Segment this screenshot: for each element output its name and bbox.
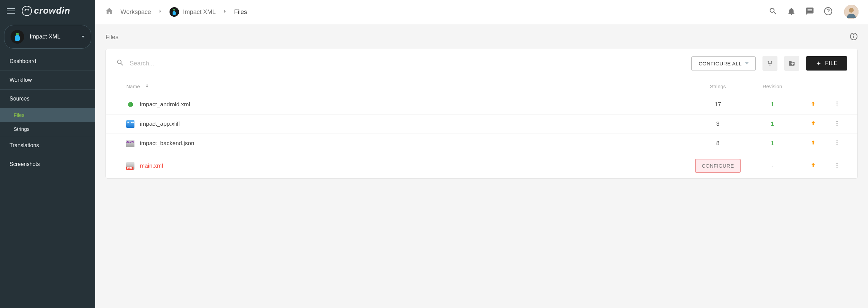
file-name: impact_android.xml: [140, 101, 190, 108]
configure-button[interactable]: CONFIGURE: [695, 159, 741, 173]
revision-number: 1: [745, 101, 800, 108]
caret-down-icon: [745, 62, 749, 64]
column-revision[interactable]: Revision: [745, 83, 800, 89]
svg-point-14: [836, 125, 837, 126]
svg-point-6: [768, 61, 769, 62]
file-button-label: FILE: [825, 60, 838, 66]
more-icon[interactable]: [827, 120, 847, 128]
sidebar: crowdin Impact XML Dashboard Workflow So…: [0, 0, 95, 308]
table-row[interactable]: XMLmain.xmlCONFIGURE-: [106, 153, 857, 178]
search-icon[interactable]: [769, 7, 777, 17]
main-content: Workspace Impact XML Files: [95, 0, 868, 308]
logo-icon: [22, 6, 32, 16]
svg-point-7: [771, 61, 772, 62]
files-card: CONFIGURE ALL FILE: [106, 49, 858, 179]
android-file-icon: [126, 101, 134, 109]
svg-point-2: [849, 8, 854, 13]
revision-number: -: [745, 163, 800, 169]
svg-point-18: [836, 163, 837, 164]
column-strings[interactable]: Strings: [691, 83, 745, 89]
project-name: Impact XML: [30, 33, 76, 40]
configure-all-label: CONFIGURE ALL: [698, 61, 742, 66]
column-name[interactable]: Name: [126, 83, 140, 89]
chevron-right-icon: [157, 8, 163, 16]
file-name: impact_backend.json: [140, 140, 194, 147]
project-avatar-small-icon: [170, 7, 179, 17]
menu-icon[interactable]: [5, 7, 16, 15]
info-icon[interactable]: [850, 32, 858, 42]
more-icon[interactable]: [827, 101, 847, 109]
svg-point-20: [836, 167, 837, 168]
brand-logo[interactable]: crowdin: [22, 5, 70, 16]
branch-button[interactable]: [762, 56, 777, 71]
more-icon[interactable]: [827, 162, 847, 170]
json-file-icon: JSON: [126, 139, 134, 148]
upload-icon[interactable]: [800, 162, 827, 170]
revision-number: 1: [745, 121, 800, 127]
file-name: impact_app.xliff: [140, 121, 180, 127]
search-input[interactable]: [130, 60, 685, 67]
file-name: main.xml: [140, 163, 163, 169]
svg-point-5: [853, 34, 854, 35]
caret-down-icon: [81, 36, 85, 38]
svg-point-19: [836, 165, 837, 166]
svg-point-10: [836, 103, 837, 104]
upload-icon[interactable]: [800, 120, 827, 128]
chevron-right-icon: [222, 8, 228, 16]
upload-icon[interactable]: [800, 139, 827, 148]
svg-point-8: [769, 64, 770, 65]
svg-point-13: [836, 123, 837, 124]
sidebar-item-sources[interactable]: Sources: [0, 89, 95, 108]
sidebar-item-screenshots[interactable]: Screenshots: [0, 155, 95, 173]
strings-count: 17: [691, 101, 745, 108]
table-row[interactable]: impact_android.xml171: [106, 95, 857, 114]
search-icon: [116, 59, 124, 68]
user-avatar[interactable]: [844, 5, 858, 19]
project-avatar-icon: [11, 30, 24, 44]
xml-file-icon: XML: [126, 162, 134, 170]
svg-point-11: [836, 105, 837, 106]
sidebar-sub-files[interactable]: Files: [0, 108, 95, 122]
sidebar-item-dashboard[interactable]: Dashboard: [0, 52, 95, 71]
topbar: Workspace Impact XML Files: [95, 0, 868, 24]
breadcrumb-workspace[interactable]: Workspace: [120, 9, 151, 16]
breadcrumb-current: Files: [234, 9, 247, 16]
brand-name: crowdin: [34, 5, 70, 16]
strings-count: 8: [691, 140, 745, 147]
sort-arrow-icon[interactable]: [145, 83, 149, 89]
sidebar-sub-strings[interactable]: Strings: [0, 122, 95, 136]
revision-number: 1: [745, 140, 800, 147]
upload-icon[interactable]: [800, 101, 827, 109]
table-row[interactable]: JSONimpact_backend.json81: [106, 134, 857, 153]
table-row[interactable]: XLIFFimpact_app.xliff31: [106, 114, 857, 134]
sidebar-item-workflow[interactable]: Workflow: [0, 71, 95, 89]
svg-point-9: [836, 102, 837, 103]
xliff-file-icon: XLIFF: [126, 120, 134, 128]
breadcrumb-project[interactable]: Impact XML: [183, 9, 216, 16]
new-folder-button[interactable]: [784, 56, 799, 71]
file-button[interactable]: FILE: [806, 56, 847, 71]
help-icon[interactable]: [824, 7, 833, 17]
svg-point-17: [836, 144, 837, 145]
svg-point-15: [836, 140, 837, 141]
svg-point-16: [836, 142, 837, 143]
configure-all-button[interactable]: CONFIGURE ALL: [691, 56, 756, 71]
bell-icon[interactable]: [787, 7, 796, 17]
project-selector[interactable]: Impact XML: [4, 25, 91, 49]
chat-icon[interactable]: [805, 7, 814, 17]
strings-count: 3: [691, 121, 745, 127]
page-title: Files: [106, 34, 118, 41]
more-icon[interactable]: [827, 139, 847, 148]
sidebar-item-translations[interactable]: Translations: [0, 136, 95, 155]
plus-icon: [816, 60, 822, 66]
svg-point-12: [836, 121, 837, 122]
home-icon[interactable]: [105, 7, 114, 17]
